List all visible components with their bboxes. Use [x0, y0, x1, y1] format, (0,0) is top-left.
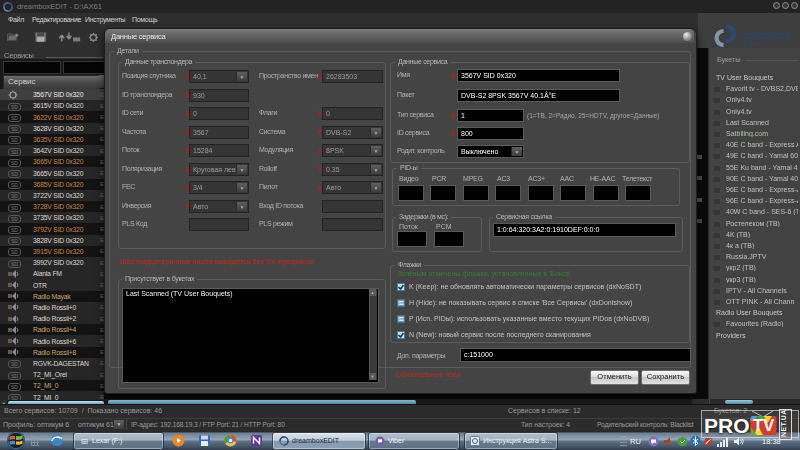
svg-text:TV: TV	[753, 416, 775, 435]
